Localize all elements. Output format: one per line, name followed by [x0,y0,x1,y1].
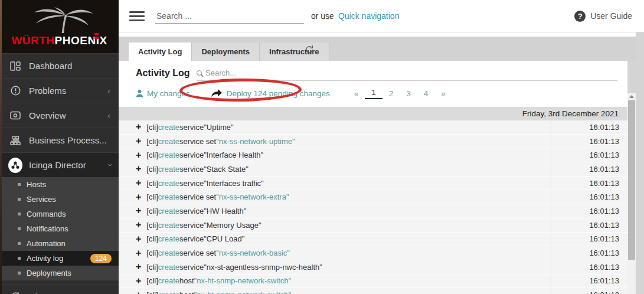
table-row[interactable]: +[cli] create service set "nx-ss-network… [119,190,627,204]
question-circle-icon[interactable]: ? [574,11,586,22]
my-changes-button[interactable]: My changes [136,89,190,98]
plus-icon: + [136,262,141,272]
table-row[interactable]: +[cli] create host "nx-ht-snmp-network-s… [119,288,627,294]
row-object-name: "Memory Usage" [204,221,261,230]
table-row[interactable]: +[cli] create service "Interface Health"… [119,148,627,162]
topbar-gap [119,32,636,37]
plus-icon: + [136,164,141,174]
sidebar-item-notifications[interactable]: Notifications [0,221,119,236]
sidebar-item-commands[interactable]: Commands [0,207,119,221]
table-row[interactable]: +[cli] create service "Stack State"16:01… [119,162,627,177]
sidebar-item-deployments[interactable]: Deployments [0,266,119,280]
activity-search-input[interactable] [205,68,617,77]
row-prefix: [cli] [146,221,158,230]
row-description: +[cli] create service "HW Health" [119,204,551,218]
tab-infrastructure[interactable]: Infrastructure [259,43,329,61]
row-action-link[interactable]: create [158,165,179,174]
sidebar-item-dashboard[interactable]: Dashboard [0,53,119,78]
row-object-name: "nx-st-agentless-snmp-nwc-health" [204,263,322,272]
row-timestamp: 16:01:13 [551,218,627,232]
user-guide-link[interactable]: User Guide [590,11,632,21]
row-object-type: service [179,263,204,272]
table-row[interactable]: +[cli] create service "CPU Load"16:01:13 [119,233,627,247]
row-action-link[interactable]: create [158,221,179,230]
forward-arrow-icon [211,89,222,97]
page-link-3[interactable]: 3 [400,89,417,98]
row-action-link[interactable]: create [158,151,179,159]
row-action-link[interactable]: create [158,263,179,272]
sidebar-item-business-process[interactable]: Business Process... [0,128,119,152]
row-object-type: service [179,234,204,243]
hamburger-icon[interactable] [129,11,145,21]
row-action-link[interactable]: create [158,192,179,201]
page-link-2[interactable]: 2 [383,89,400,98]
sidebar-item-problems[interactable]: Problems‹ [0,78,119,103]
table-row[interactable]: +[cli] create host "nx-ht-snmp-network-s… [119,275,627,289]
tab-activity-log[interactable]: Activity Log [129,43,191,61]
row-prefix: [cli] [146,290,158,294]
table-row[interactable]: +[cli] create service "HW Health"16:01:1… [119,204,627,218]
page-link-[interactable]: » [434,89,452,98]
row-timestamp: 16:01:13 [551,177,627,190]
page-link-4[interactable]: 4 [417,89,435,98]
row-action-link[interactable]: create [158,123,179,132]
sidebar-item-history[interactable]: History [0,284,119,294]
page-link-1[interactable]: 1 [365,88,383,99]
table-row[interactable]: +[cli] create service "Memory Usage"16:0… [119,218,627,233]
scrollbar[interactable] [627,93,636,294]
dashboard-icon [8,61,22,71]
sidebar-item-overview[interactable]: Overview‹ [0,103,119,128]
row-timestamp: 16:01:13 [551,275,627,288]
sidebar-item-label: Overview [29,110,107,120]
plus-icon: + [136,136,141,146]
icinga-director-icon [8,158,22,173]
sidebar-item-activity-log[interactable]: Activity log124 [0,251,119,266]
row-action-link[interactable]: create [158,137,179,146]
plus-icon: + [136,150,141,161]
row-object-type: service set [179,192,216,201]
sidebar-item-hosts[interactable]: Hosts [0,177,119,192]
tab-deployments[interactable]: Deployments [191,43,259,61]
sidebar-item-icinga-director[interactable]: Icinga Director ‹ [0,152,119,177]
table-row[interactable]: +[cli] create service set "nx-ss-network… [119,246,627,260]
table-row[interactable]: +[cli] create service set "nx-ss-network… [119,135,627,149]
row-object-name: "nx-ht-snmp-network-switch" [194,276,292,285]
row-object-type: service set [179,249,216,257]
refresh-icon[interactable] [305,45,314,57]
tab-bar: Activity LogDeploymentsInfrastructure [119,37,644,61]
quick-navigation-link[interactable]: Quick navigation [338,11,400,21]
search-icon [197,70,202,76]
row-description: +[cli] create service set "nx-ss-network… [119,246,551,260]
deploy-pending-changes-button[interactable]: Deploy 124 pending changes [211,89,330,98]
row-object-type: host [179,276,194,285]
sidebar-menu: DashboardProblems‹Overview‹Business Proc… [0,53,119,152]
table-row[interactable]: +[cli] create service "Uptime"16:01:13 [119,120,627,135]
row-timestamp: 16:01:13 [551,120,627,134]
scrollbar-thumb[interactable] [628,100,635,260]
table-row[interactable]: +[cli] create service "nx-st-agentless-s… [119,260,627,275]
row-action-link[interactable]: create [158,179,179,188]
problems-icon [8,86,22,96]
scrollbar-up-arrow[interactable] [629,95,634,98]
row-object-type: service [179,207,204,215]
table-row[interactable]: +[cli] create service "Interfaces traffi… [119,177,627,191]
pending-count-badge: 124 [90,254,112,263]
row-action-link[interactable]: create [158,249,179,257]
sidebar-item-services[interactable]: Services [0,192,119,207]
page-link-[interactable]: « [348,89,365,98]
row-object-type: host [179,290,194,294]
bullet-icon [18,198,21,201]
plus-icon: + [136,276,141,286]
row-action-link[interactable]: create [158,207,179,215]
row-description: +[cli] create host "nx-ht-snmp-network-s… [119,288,551,294]
row-action-link[interactable]: create [158,290,179,294]
row-action-link[interactable]: create [158,276,179,285]
plus-icon: + [136,122,141,132]
logo-red-mark [94,33,99,39]
brand-white-text: PHOENIX [55,34,107,47]
sidebar-item-automation[interactable]: Automation [0,236,119,251]
row-action-link[interactable]: create [158,234,179,243]
global-search-input[interactable] [155,9,304,24]
plus-icon: + [136,248,141,259]
activity-search [197,68,617,81]
